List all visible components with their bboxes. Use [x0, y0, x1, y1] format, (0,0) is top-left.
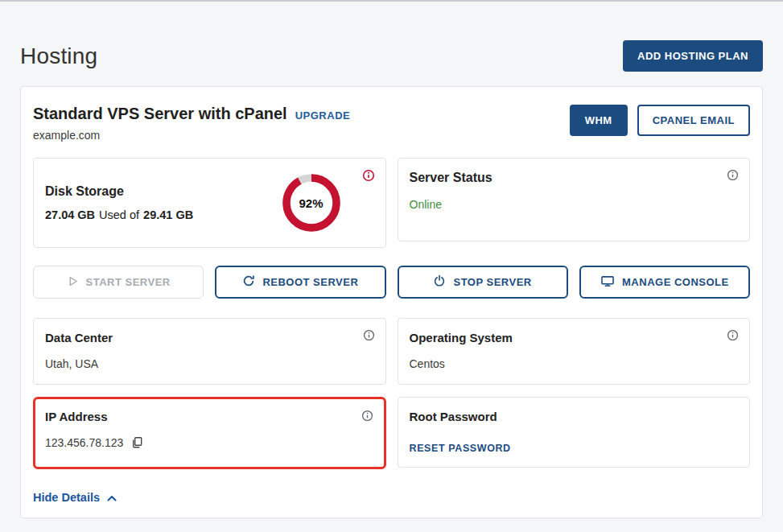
- reset-password-link[interactable]: RESET PASSWORD: [410, 443, 511, 454]
- reboot-server-button[interactable]: REBOOT SERVER: [215, 266, 385, 299]
- manage-console-label: MANAGE CONSOLE: [622, 276, 729, 288]
- page-title: Hosting: [20, 43, 97, 69]
- data-center-tile: Data Center Utah, USA: [33, 318, 386, 385]
- ip-address-tile: IP Address 123.456.78.123: [33, 397, 386, 469]
- monitor-icon: [600, 275, 615, 290]
- power-icon: [433, 274, 446, 290]
- ip-address-info-icon[interactable]: [361, 410, 373, 422]
- refresh-icon: [242, 274, 255, 290]
- disk-total-value: 29.41 GB: [143, 208, 193, 221]
- disk-storage-title: Disk Storage: [45, 184, 193, 199]
- root-password-title: Root Password: [410, 410, 739, 423]
- status-tiles-row: Disk Storage 27.04 GB Used of 29.41 GB 9…: [33, 158, 750, 248]
- stop-server-button[interactable]: STOP SERVER: [398, 266, 568, 299]
- operating-system-info-icon[interactable]: [727, 329, 739, 341]
- details-tiles-row-1: Data Center Utah, USA Operating System C…: [33, 318, 750, 385]
- data-center-title: Data Center: [45, 331, 374, 344]
- operating-system-tile: Operating System Centos: [398, 318, 751, 385]
- copy-icon[interactable]: [131, 436, 143, 449]
- data-center-value: Utah, USA: [45, 357, 374, 370]
- data-center-info-icon[interactable]: [363, 329, 375, 341]
- plan-domain: example.com: [33, 129, 350, 142]
- server-status-title: Server Status: [410, 171, 739, 185]
- server-status-value: Online: [410, 198, 739, 211]
- whm-button[interactable]: WHM: [570, 105, 628, 136]
- disk-usage-percent: 92%: [279, 171, 344, 235]
- disk-storage-text: Disk Storage 27.04 GB Used of 29.41 GB: [45, 184, 193, 221]
- reboot-server-label: REBOOT SERVER: [262, 276, 358, 288]
- hosting-page: Hosting ADD HOSTING PLAN Standard VPS Se…: [0, 40, 783, 518]
- disk-storage-tile: Disk Storage 27.04 GB Used of 29.41 GB 9…: [33, 158, 386, 248]
- play-icon: [67, 275, 79, 290]
- cpanel-email-button[interactable]: CPANEL EMAIL: [637, 105, 750, 136]
- plan-title: Standard VPS Server with cPanel: [33, 105, 287, 123]
- disk-used-value: 27.04 GB: [45, 208, 95, 221]
- root-password-tile: Root Password RESET PASSWORD: [398, 397, 751, 468]
- ip-address-title: IP Address: [45, 410, 374, 423]
- disk-usage-gauge: 92%: [279, 171, 344, 235]
- operating-system-title: Operating System: [410, 331, 739, 344]
- server-status-info-icon[interactable]: [727, 169, 739, 181]
- card-footer: Hide Details: [33, 479, 750, 505]
- start-server-label: START SERVER: [86, 276, 171, 288]
- plan-header-buttons: WHM CPANEL EMAIL: [570, 105, 750, 136]
- server-actions-row: START SERVER REBOOT SERVER STOP SERVER M…: [33, 266, 750, 299]
- hosting-plan-card: Standard VPS Server with cPanel UPGRADE …: [20, 86, 763, 518]
- ip-address-value: 123.456.78.123: [45, 436, 123, 449]
- upgrade-link[interactable]: UPGRADE: [295, 109, 351, 122]
- add-hosting-plan-button[interactable]: ADD HOSTING PLAN: [623, 40, 763, 72]
- disk-used-label: Used of: [99, 208, 139, 221]
- plan-info: Standard VPS Server with cPanel UPGRADE …: [33, 105, 350, 142]
- chevron-up-icon: [107, 491, 117, 504]
- stop-server-label: STOP SERVER: [453, 276, 531, 288]
- plan-card-header: Standard VPS Server with cPanel UPGRADE …: [33, 98, 750, 142]
- server-status-tile: Server Status Online: [398, 158, 751, 241]
- operating-system-value: Centos: [410, 357, 739, 370]
- manage-console-button[interactable]: MANAGE CONSOLE: [579, 266, 750, 299]
- start-server-button[interactable]: START SERVER: [33, 266, 204, 299]
- page-header: Hosting ADD HOSTING PLAN: [20, 40, 763, 72]
- disk-storage-info-icon[interactable]: [362, 169, 375, 182]
- hide-details-label: Hide Details: [33, 491, 100, 504]
- hide-details-link[interactable]: Hide Details: [33, 491, 117, 504]
- disk-usage-text: 27.04 GB Used of 29.41 GB: [45, 208, 193, 221]
- details-tiles-row-2: IP Address 123.456.78.123 Root Password …: [33, 397, 750, 469]
